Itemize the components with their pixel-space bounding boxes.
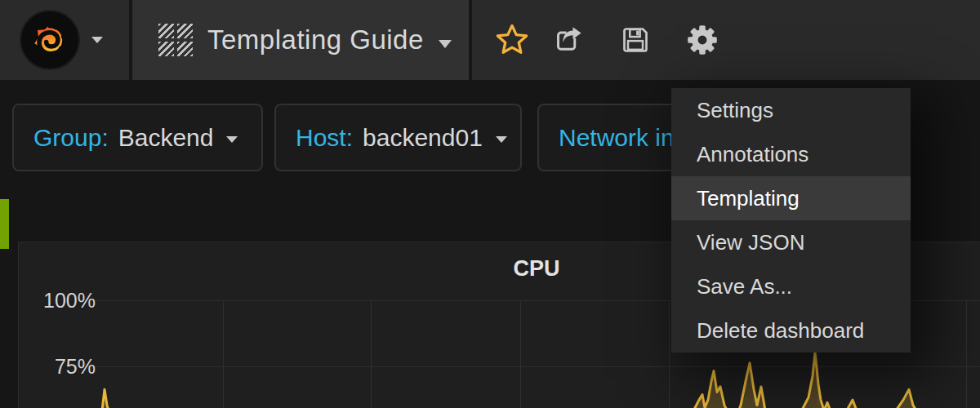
menu-item-annotations[interactable]: Annotations [671, 132, 911, 176]
chevron-down-icon [226, 136, 238, 143]
gridline-v [371, 300, 372, 408]
gridline-v [520, 300, 521, 408]
page-title: Templating Guide [207, 24, 424, 55]
ytick-100: 100% [32, 289, 96, 313]
gridline-v [223, 300, 224, 408]
variable-label: Host: [296, 124, 353, 152]
variable-label: Group: [33, 124, 109, 152]
dashboard-title-button[interactable]: Templating Guide [132, 0, 469, 80]
menu-item-settings[interactable]: Settings [671, 88, 911, 132]
variable-value: Backend [118, 124, 214, 152]
chevron-down-icon [91, 37, 103, 43]
navbar: Templating Guide [0, 0, 980, 80]
gridline-v [669, 300, 670, 408]
row-collapse-bar[interactable] [0, 199, 9, 249]
dashboard-grid-icon [158, 24, 193, 56]
chevron-down-icon [439, 40, 452, 48]
variable-dropdown-host[interactable]: Host: backend01 [274, 104, 522, 171]
variable-value: backend01 [363, 124, 483, 152]
dashboard-settings-menu: Settings Annotations Templating View JSO… [671, 88, 911, 353]
gear-icon [687, 24, 718, 55]
menu-item-save-as[interactable]: Save As... [671, 264, 911, 308]
settings-button[interactable] [678, 0, 727, 80]
grafana-logo-icon [20, 10, 80, 70]
chevron-down-icon [496, 136, 507, 143]
main-menu-button[interactable] [0, 0, 129, 80]
variable-dropdown-group[interactable]: Group: Backend [12, 104, 263, 171]
share-button[interactable] [545, 0, 594, 80]
gridline-v [966, 300, 967, 408]
divider [469, 0, 472, 80]
save-icon [621, 25, 650, 55]
menu-item-view-json[interactable]: View JSON [671, 220, 911, 264]
save-button[interactable] [611, 0, 660, 80]
star-button[interactable] [488, 0, 537, 80]
ytick-75: 75% [32, 355, 96, 379]
share-icon [555, 25, 584, 55]
star-icon [493, 22, 531, 58]
menu-item-delete-dashboard[interactable]: Delete dashboard [671, 308, 911, 353]
gridline-75 [93, 366, 980, 367]
menu-item-templating[interactable]: Templating [671, 176, 911, 220]
variable-label: Network in [559, 124, 675, 152]
